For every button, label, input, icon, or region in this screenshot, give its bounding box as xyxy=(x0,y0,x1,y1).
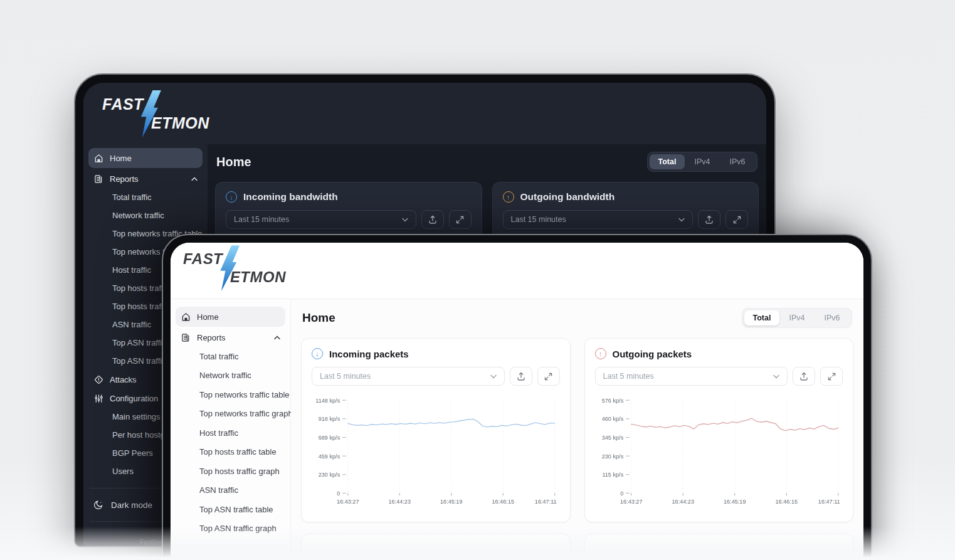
outgoing-arrow-icon: ↑ xyxy=(595,348,606,359)
tab-ipv6[interactable]: IPv6 xyxy=(720,154,755,169)
panel-title: Outgoing packets xyxy=(613,349,692,359)
logo-text-etmon: ETMON xyxy=(151,114,209,132)
sidebar-item-reports[interactable]: Reports xyxy=(176,328,285,347)
configuration-icon xyxy=(93,394,103,403)
svg-text:16:43:27: 16:43:27 xyxy=(337,499,359,505)
expand-icon xyxy=(828,372,836,381)
outgoing-packets-chart: 576 kp/s460 kp/s345 kp/s230 kp/s115 kp/s… xyxy=(595,391,843,514)
front-device-screen: FAST ETMON Home xyxy=(171,243,863,560)
time-range-select[interactable]: Last 5 minutes xyxy=(595,367,788,386)
chevron-down-icon xyxy=(773,374,779,379)
export-button[interactable] xyxy=(510,367,532,386)
time-range-value: Last 5 minutes xyxy=(320,372,371,381)
svg-text:115 kp/s: 115 kp/s xyxy=(602,472,623,478)
dark-mode-label: Dark mode xyxy=(111,500,152,510)
front-device-frame: FAST ETMON Home xyxy=(162,234,872,560)
sidebar-subitem[interactable]: Top hosts traffic graph xyxy=(176,462,285,481)
svg-text:16:46:15: 16:46:15 xyxy=(492,499,515,505)
svg-text:16:45:19: 16:45:19 xyxy=(724,499,746,505)
svg-text:16:44:23: 16:44:23 xyxy=(388,499,411,505)
svg-text:16:43:27: 16:43:27 xyxy=(620,499,642,505)
sidebar-subitem[interactable]: Top ASN traffic table xyxy=(176,500,285,519)
svg-text:16:47:11: 16:47:11 xyxy=(818,499,840,505)
export-button[interactable] xyxy=(793,367,815,386)
page-title: Home xyxy=(302,311,335,325)
expand-button[interactable] xyxy=(725,210,748,229)
svg-text:0: 0 xyxy=(620,490,623,497)
sidebar-subitem[interactable]: Top hosts traffic table xyxy=(176,443,285,462)
time-range-value: Last 15 minutes xyxy=(234,215,289,224)
fastnetmon-logo: FAST ETMON xyxy=(102,95,209,134)
tab-total[interactable]: Total xyxy=(744,310,779,325)
svg-text:16:45:19: 16:45:19 xyxy=(440,499,463,505)
chevron-down-icon xyxy=(678,218,685,222)
panel-stub xyxy=(584,534,854,560)
svg-text:460 kp/s: 460 kp/s xyxy=(601,416,623,422)
sidebar-subitem[interactable]: Top networks traffic table xyxy=(176,385,285,404)
sidebar-subitem[interactable]: Total traffic xyxy=(176,347,285,366)
tab-ipv6[interactable]: IPv6 xyxy=(815,310,850,325)
svg-text:918 kp/s: 918 kp/s xyxy=(319,416,340,422)
front-sidebar: Home Reports Total trafficNetwork traff xyxy=(171,299,291,560)
chevron-up-icon xyxy=(274,335,280,340)
tab-total[interactable]: Total xyxy=(650,154,685,169)
sidebar-subitem[interactable]: Top ASN traffic graph xyxy=(176,519,285,539)
sidebar-subitem[interactable]: Top networks traffic graph xyxy=(176,404,285,424)
page-background: FAST ETMON Home xyxy=(0,0,955,560)
logo-text-etmon: ETMON xyxy=(230,268,286,286)
outgoing-arrow-icon: ↑ xyxy=(503,191,514,203)
sidebar-subitem[interactable]: ASN traffic xyxy=(176,481,285,500)
tab-ipv4[interactable]: IPv4 xyxy=(685,154,720,169)
back-app-header: FAST ETMON xyxy=(83,83,766,144)
second-panel-row xyxy=(301,534,853,560)
chevron-down-icon xyxy=(402,218,408,222)
sidebar-item-home[interactable]: Home xyxy=(176,307,285,327)
svg-text:16:44:23: 16:44:23 xyxy=(672,499,694,505)
protocol-view-toggle: Total IPv4 IPv6 xyxy=(742,308,852,328)
export-button[interactable] xyxy=(698,210,720,229)
outgoing-packets-panel: ↑ Outgoing packets Last 5 minutes xyxy=(584,338,854,522)
chevron-down-icon xyxy=(490,374,497,379)
front-app-header: FAST ETMON xyxy=(171,243,863,299)
expand-icon xyxy=(733,216,741,224)
sidebar-subitem[interactable]: Host traffic xyxy=(176,423,285,443)
sidebar-subitem[interactable]: Network traffic xyxy=(176,366,285,386)
time-range-select[interactable]: Last 5 minutes xyxy=(312,367,505,386)
export-button[interactable] xyxy=(421,210,444,229)
expand-button[interactable] xyxy=(537,367,560,386)
front-main-content: Home Total IPv4 IPv6 ↓ Incoming packets xyxy=(291,299,863,560)
svg-text:689 kp/s: 689 kp/s xyxy=(319,435,340,441)
home-icon xyxy=(93,154,103,163)
fastnetmon-logo: FAST ETMON xyxy=(183,250,285,288)
export-icon xyxy=(517,372,525,381)
svg-text:576 kp/s: 576 kp/s xyxy=(601,398,623,404)
tab-ipv4[interactable]: IPv4 xyxy=(779,310,815,325)
svg-text:0: 0 xyxy=(337,490,340,497)
reports-icon xyxy=(93,174,103,184)
device-scene: FAST ETMON Home xyxy=(0,0,955,560)
export-icon xyxy=(799,372,808,381)
svg-text:1148 kp/s: 1148 kp/s xyxy=(315,398,340,404)
expand-icon xyxy=(456,216,464,224)
expand-button[interactable] xyxy=(820,367,843,386)
incoming-arrow-icon: ↓ xyxy=(312,348,323,359)
sidebar-subitem[interactable]: Total traffic xyxy=(88,188,203,206)
svg-text:16:47:11: 16:47:11 xyxy=(535,499,557,505)
time-range-select[interactable]: Last 15 minutes xyxy=(503,210,694,229)
protocol-view-toggle: Total IPv4 IPv6 xyxy=(647,152,757,172)
time-range-value: Last 15 minutes xyxy=(511,215,566,224)
expand-icon xyxy=(544,372,552,381)
incoming-packets-panel: ↓ Incoming packets Last 5 minutes xyxy=(301,338,571,522)
sidebar-subitem[interactable]: Network traffic xyxy=(88,206,203,225)
sidebar-item-home[interactable]: Home xyxy=(88,148,203,168)
time-range-select[interactable]: Last 15 minutes xyxy=(226,210,416,229)
panel-title: Incoming bandwidth xyxy=(243,191,338,203)
expand-button[interactable] xyxy=(449,210,472,229)
reports-icon xyxy=(181,333,191,342)
home-icon xyxy=(181,312,191,322)
logo-text-fast: FAST xyxy=(102,95,144,114)
export-icon xyxy=(705,215,714,224)
reports-submenu: Total trafficNetwork trafficTop networks… xyxy=(176,347,285,538)
sidebar-item-reports[interactable]: Reports xyxy=(88,169,203,188)
panel-title: Outgoing bandwidth xyxy=(520,191,615,203)
